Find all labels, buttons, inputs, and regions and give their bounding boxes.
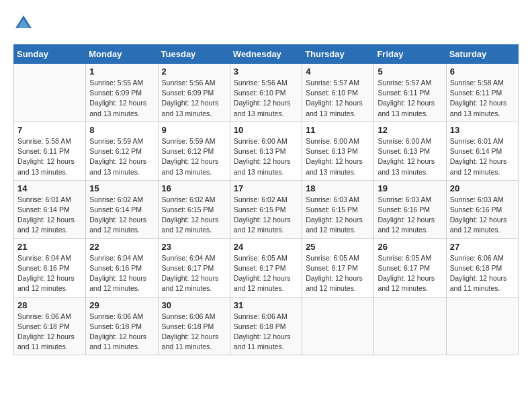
week-row-2: 14Sunrise: 6:01 AM Sunset: 6:14 PM Dayli… — [14, 180, 519, 238]
day-number: 11 — [306, 125, 370, 135]
header-day-thursday: Thursday — [302, 45, 374, 64]
day-info: Sunrise: 5:57 AM Sunset: 6:10 PM Dayligh… — [306, 78, 370, 119]
table-row: 20Sunrise: 6:03 AM Sunset: 6:16 PM Dayli… — [446, 180, 518, 238]
week-row-3: 21Sunrise: 6:04 AM Sunset: 6:16 PM Dayli… — [14, 238, 519, 297]
day-number: 29 — [89, 300, 154, 310]
table-row: 15Sunrise: 6:02 AM Sunset: 6:14 PM Dayli… — [86, 180, 158, 238]
day-info: Sunrise: 5:56 AM Sunset: 6:09 PM Dayligh… — [162, 78, 226, 119]
day-info: Sunrise: 6:05 AM Sunset: 6:17 PM Dayligh… — [306, 253, 370, 294]
page-header — [13, 13, 519, 34]
day-number: 25 — [306, 242, 370, 252]
table-row: 25Sunrise: 6:05 AM Sunset: 6:17 PM Dayli… — [302, 238, 374, 297]
day-info: Sunrise: 5:56 AM Sunset: 6:10 PM Dayligh… — [234, 78, 298, 119]
day-number: 15 — [89, 183, 154, 193]
day-info: Sunrise: 6:00 AM Sunset: 6:13 PM Dayligh… — [378, 136, 442, 177]
day-number: 7 — [17, 125, 82, 135]
table-row — [302, 297, 374, 355]
table-row: 2Sunrise: 5:56 AM Sunset: 6:09 PM Daylig… — [158, 64, 230, 122]
table-row: 29Sunrise: 6:06 AM Sunset: 6:18 PM Dayli… — [86, 297, 158, 355]
table-row: 3Sunrise: 5:56 AM Sunset: 6:10 PM Daylig… — [230, 64, 302, 122]
table-row: 26Sunrise: 6:05 AM Sunset: 6:17 PM Dayli… — [374, 238, 446, 297]
day-number: 26 — [378, 242, 442, 252]
table-row: 19Sunrise: 6:03 AM Sunset: 6:16 PM Dayli… — [374, 180, 446, 238]
day-info: Sunrise: 6:06 AM Sunset: 6:18 PM Dayligh… — [17, 312, 82, 353]
day-info: Sunrise: 6:06 AM Sunset: 6:18 PM Dayligh… — [89, 312, 154, 353]
table-row: 4Sunrise: 5:57 AM Sunset: 6:10 PM Daylig… — [302, 64, 374, 122]
week-row-4: 28Sunrise: 6:06 AM Sunset: 6:18 PM Dayli… — [14, 297, 519, 355]
day-info: Sunrise: 6:06 AM Sunset: 6:18 PM Dayligh… — [450, 253, 515, 294]
day-number: 24 — [234, 242, 298, 252]
header-row: SundayMondayTuesdayWednesdayThursdayFrid… — [14, 45, 519, 64]
table-row — [446, 297, 518, 355]
day-info: Sunrise: 6:04 AM Sunset: 6:16 PM Dayligh… — [89, 253, 154, 294]
table-row: 11Sunrise: 6:00 AM Sunset: 6:13 PM Dayli… — [302, 122, 374, 180]
day-info: Sunrise: 5:59 AM Sunset: 6:12 PM Dayligh… — [162, 136, 226, 177]
day-number: 18 — [306, 183, 370, 193]
table-row: 8Sunrise: 5:59 AM Sunset: 6:12 PM Daylig… — [86, 122, 158, 180]
table-row: 16Sunrise: 6:02 AM Sunset: 6:15 PM Dayli… — [158, 180, 230, 238]
day-info: Sunrise: 6:03 AM Sunset: 6:16 PM Dayligh… — [378, 195, 442, 236]
table-row: 21Sunrise: 6:04 AM Sunset: 6:16 PM Dayli… — [14, 238, 86, 297]
day-number: 16 — [162, 183, 226, 193]
table-row: 1Sunrise: 5:55 AM Sunset: 6:09 PM Daylig… — [86, 64, 158, 122]
day-info: Sunrise: 6:02 AM Sunset: 6:15 PM Dayligh… — [162, 195, 226, 236]
day-number: 22 — [89, 242, 154, 252]
day-number: 30 — [162, 300, 226, 310]
week-row-0: 1Sunrise: 5:55 AM Sunset: 6:09 PM Daylig… — [14, 64, 519, 122]
table-row: 17Sunrise: 6:02 AM Sunset: 6:15 PM Dayli… — [230, 180, 302, 238]
day-number: 6 — [450, 66, 515, 77]
header-day-wednesday: Wednesday — [230, 45, 302, 64]
day-info: Sunrise: 5:55 AM Sunset: 6:09 PM Dayligh… — [89, 78, 154, 119]
calendar-body: 1Sunrise: 5:55 AM Sunset: 6:09 PM Daylig… — [14, 64, 519, 355]
calendar-header: SundayMondayTuesdayWednesdayThursdayFrid… — [14, 45, 519, 64]
table-row: 14Sunrise: 6:01 AM Sunset: 6:14 PM Dayli… — [14, 180, 86, 238]
table-row: 24Sunrise: 6:05 AM Sunset: 6:17 PM Dayli… — [230, 238, 302, 297]
day-info: Sunrise: 5:58 AM Sunset: 6:11 PM Dayligh… — [450, 78, 515, 119]
day-number: 3 — [234, 66, 298, 77]
table-row: 13Sunrise: 6:01 AM Sunset: 6:14 PM Dayli… — [446, 122, 518, 180]
day-number: 23 — [162, 242, 226, 252]
header-day-friday: Friday — [374, 45, 446, 64]
table-row: 12Sunrise: 6:00 AM Sunset: 6:13 PM Dayli… — [374, 122, 446, 180]
table-row: 22Sunrise: 6:04 AM Sunset: 6:16 PM Dayli… — [86, 238, 158, 297]
table-row: 18Sunrise: 6:03 AM Sunset: 6:15 PM Dayli… — [302, 180, 374, 238]
day-info: Sunrise: 6:04 AM Sunset: 6:16 PM Dayligh… — [17, 253, 82, 294]
day-info: Sunrise: 6:03 AM Sunset: 6:15 PM Dayligh… — [306, 195, 370, 236]
day-info: Sunrise: 6:00 AM Sunset: 6:13 PM Dayligh… — [306, 136, 370, 177]
day-info: Sunrise: 5:59 AM Sunset: 6:12 PM Dayligh… — [89, 136, 154, 177]
table-row: 31Sunrise: 6:06 AM Sunset: 6:18 PM Dayli… — [230, 297, 302, 355]
logo — [13, 13, 36, 34]
day-number: 12 — [378, 125, 442, 135]
table-row: 10Sunrise: 6:00 AM Sunset: 6:13 PM Dayli… — [230, 122, 302, 180]
day-number: 4 — [306, 66, 370, 77]
day-info: Sunrise: 6:06 AM Sunset: 6:18 PM Dayligh… — [162, 312, 226, 353]
day-info: Sunrise: 5:57 AM Sunset: 6:11 PM Dayligh… — [378, 78, 442, 119]
day-number: 17 — [234, 183, 298, 193]
day-info: Sunrise: 6:02 AM Sunset: 6:14 PM Dayligh… — [89, 195, 154, 236]
table-row: 9Sunrise: 5:59 AM Sunset: 6:12 PM Daylig… — [158, 122, 230, 180]
table-row: 28Sunrise: 6:06 AM Sunset: 6:18 PM Dayli… — [14, 297, 86, 355]
day-info: Sunrise: 5:58 AM Sunset: 6:11 PM Dayligh… — [17, 136, 82, 177]
day-number: 31 — [234, 300, 298, 310]
day-number: 28 — [17, 300, 82, 310]
day-number: 10 — [234, 125, 298, 135]
table-row: 27Sunrise: 6:06 AM Sunset: 6:18 PM Dayli… — [446, 238, 518, 297]
day-info: Sunrise: 6:06 AM Sunset: 6:18 PM Dayligh… — [234, 312, 298, 353]
table-row — [374, 297, 446, 355]
day-info: Sunrise: 6:05 AM Sunset: 6:17 PM Dayligh… — [378, 253, 442, 294]
day-number: 21 — [17, 242, 82, 252]
table-row: 5Sunrise: 5:57 AM Sunset: 6:11 PM Daylig… — [374, 64, 446, 122]
header-day-tuesday: Tuesday — [158, 45, 230, 64]
table-row — [14, 64, 86, 122]
header-day-saturday: Saturday — [446, 45, 518, 64]
day-info: Sunrise: 6:01 AM Sunset: 6:14 PM Dayligh… — [450, 136, 515, 177]
day-number: 5 — [378, 66, 442, 77]
day-info: Sunrise: 6:05 AM Sunset: 6:17 PM Dayligh… — [234, 253, 298, 294]
header-day-monday: Monday — [86, 45, 158, 64]
table-row: 23Sunrise: 6:04 AM Sunset: 6:17 PM Dayli… — [158, 238, 230, 297]
day-number: 1 — [89, 66, 154, 77]
day-number: 2 — [162, 66, 226, 77]
day-info: Sunrise: 6:01 AM Sunset: 6:14 PM Dayligh… — [17, 195, 82, 236]
table-row: 6Sunrise: 5:58 AM Sunset: 6:11 PM Daylig… — [446, 64, 518, 122]
day-number: 20 — [450, 183, 515, 193]
